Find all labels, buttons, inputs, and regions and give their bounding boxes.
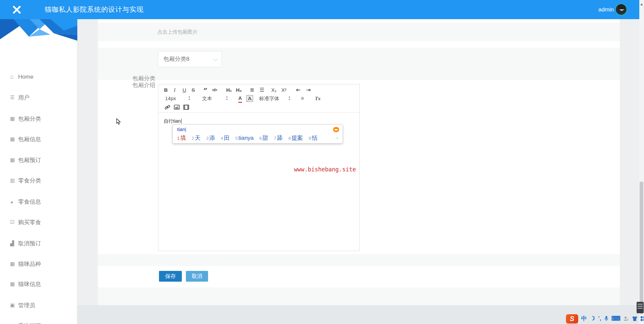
sidebar-item-users[interactable]: 用户 [10, 93, 30, 102]
close-menu-icon[interactable] [12, 5, 22, 14]
superscript-button[interactable]: X² [281, 86, 286, 94]
underline-button[interactable]: U [183, 86, 186, 94]
sidebar-banner-image [0, 19, 77, 45]
background-color-button[interactable]: A [246, 95, 253, 102]
sidebar-item-snack-category[interactable]: 零食分类 [10, 176, 41, 185]
sidebar-item-label: Home [18, 74, 33, 80]
bold-button[interactable]: B [164, 86, 168, 94]
ime-candidate[interactable]: 9恬 [309, 134, 317, 142]
ime-candidate[interactable]: 3添 [206, 134, 215, 142]
indent-button[interactable]: ⇥ [306, 86, 311, 94]
scrollbar-track[interactable] [639, 0, 644, 324]
sidebar-item-admin[interactable]: 管理员 [10, 301, 35, 309]
italic-button[interactable]: I [174, 86, 175, 94]
sidebar-item-label: 取消预订 [18, 240, 41, 247]
spinner-icon[interactable]: ▴▾ [289, 95, 290, 101]
intro-label: 包厢介绍 [115, 81, 155, 89]
ime-candidate[interactable]: 4田 [221, 134, 230, 142]
chinese-mode-icon[interactable]: 中 [581, 314, 587, 323]
ime-candidate[interactable]: 8提案 [288, 134, 303, 142]
toolbar-row-2: 14px ▴▾ 文本 ▴▾ A A 标准字体 ▴▾ ≡ Tx [158, 94, 359, 103]
image-icon[interactable] [174, 104, 180, 110]
ime-popup: tian 1填 2天 3添 4田 5tianya 6甜 7舔 8提案 9恬 › [172, 124, 343, 144]
sidebar-item-system[interactable]: 系统管理 [10, 322, 41, 324]
sidebar-item-room-booking[interactable]: 包厢预订 [10, 156, 41, 164]
sidebar-item-label: 零食分类 [18, 177, 41, 185]
sidebar-item-buy-snack[interactable]: 购买零食 [10, 218, 41, 226]
grid-icon [10, 157, 18, 163]
sogou-logo-icon[interactable]: S [566, 314, 578, 323]
page-title: 猫咖私人影院系统的设计与实现 [45, 0, 144, 19]
ime-candidate[interactable]: 6甜 [259, 134, 268, 142]
strikethrough-button[interactable]: S [192, 86, 195, 94]
page-bottom-strip [77, 305, 639, 324]
grid-icon [10, 261, 18, 267]
bar-chart-icon [10, 240, 18, 246]
ime-candidate[interactable]: 5tianya [235, 135, 254, 141]
blockquote-button[interactable]: ” [203, 86, 207, 94]
fullwidth-moon-icon[interactable]: ☽ [590, 314, 595, 323]
grid-icon [10, 136, 18, 142]
ime-candidate[interactable]: 7舔 [274, 134, 283, 142]
sidebar: Home 用户 包厢分类 包厢信息 包厢预订 零食分类 零食信息 购买零食 [0, 19, 77, 324]
ime-candidate[interactable]: 2天 [192, 134, 200, 142]
microphone-icon[interactable] [604, 316, 608, 322]
monitor-icon [10, 302, 18, 308]
ime-next-page-arrow[interactable]: › [336, 135, 338, 140]
sidebar-item-label: 零食信息 [18, 198, 41, 206]
ime-pinyin: tian [177, 126, 186, 132]
skin-shirt-icon[interactable] [632, 316, 638, 321]
sidebar-item-cat-info[interactable]: 猫咪信息 [10, 280, 41, 288]
clear-format-button[interactable]: Tx [315, 94, 321, 103]
scrollbar-thumb[interactable] [640, 181, 643, 314]
heading1-button[interactable]: H₁ [226, 86, 232, 94]
avatar[interactable] [615, 3, 627, 15]
user-card-icon[interactable] [623, 316, 629, 321]
toolbar-row-1: B I U S ” </> H₁ H₂ ≣ ☰ X₂ X² ⇤ ⇥ [158, 86, 359, 94]
keyboard-icon[interactable]: ⌨ [611, 314, 620, 323]
heading2-button[interactable]: H₂ [236, 86, 242, 94]
align-button[interactable]: ≡ [301, 94, 304, 103]
font-family-select[interactable]: 标准字体 [259, 94, 279, 103]
editor-toolbar: B I U S ” </> H₁ H₂ ≣ ☰ X₂ X² ⇤ ⇥ [158, 84, 359, 113]
cancel-button[interactable]: 取消 [186, 271, 208, 282]
punctuation-icon[interactable]: ’, [598, 314, 601, 323]
chart-bars-icon [10, 177, 18, 184]
upload-image-hint[interactable]: 点击上传包厢图片 [157, 23, 198, 41]
save-button[interactable]: 保存 [159, 271, 182, 282]
paragraph-select[interactable]: 文本 [202, 94, 212, 103]
font-color-button[interactable]: A [238, 95, 242, 103]
sidebar-item-snack-info[interactable]: 零食信息 [10, 198, 41, 206]
scrollbar-up-arrow-icon[interactable] [640, 3, 643, 5]
sidebar-item-home[interactable]: Home [10, 73, 33, 81]
spinner-icon[interactable]: ▴▾ [226, 95, 228, 101]
clipboard-check-icon [10, 219, 18, 225]
video-icon[interactable] [183, 104, 189, 110]
grid-icon [10, 116, 18, 122]
home-icon [10, 74, 18, 80]
outdent-button[interactable]: ⇤ [296, 86, 300, 94]
sidebar-item-cat-breed[interactable]: 猫咪品种 [10, 260, 41, 268]
subscript-button[interactable]: X₂ [271, 86, 277, 94]
ime-candidate[interactable]: 1填 [177, 134, 186, 142]
spinner-icon[interactable]: ▴▾ [189, 95, 190, 101]
sidebar-item-room-category[interactable]: 包厢分类 [10, 115, 41, 123]
soft-keyboard-icon[interactable] [637, 302, 644, 313]
font-size-select[interactable]: 14px [165, 94, 176, 103]
toolbox-grid-icon[interactable] [641, 316, 644, 321]
sidebar-item-cancel-booking[interactable]: 取消预订 [10, 239, 41, 247]
user-name[interactable]: admin [598, 0, 614, 19]
footer-row [98, 287, 620, 305]
category-select[interactable]: 包厢分类8 [158, 51, 222, 67]
toolbar-row-3 [158, 103, 359, 111]
code-button[interactable]: </> [212, 86, 217, 94]
ime-language-bar: S 中 ☽ ’, ⌨ [566, 314, 644, 324]
editor-text: 自行tian [164, 118, 182, 124]
ordered-list-button[interactable]: ≣ [250, 86, 254, 94]
unordered-list-button[interactable]: ☰ [259, 86, 264, 94]
rich-text-editor: B I U S ” </> H₁ H₂ ≣ ☰ X₂ X² ⇤ ⇥ [158, 84, 360, 251]
sidebar-item-room-info[interactable]: 包厢信息 [10, 135, 41, 143]
link-icon[interactable] [164, 104, 170, 110]
sidebar-item-label: 包厢信息 [18, 135, 41, 143]
sogou-logo-icon[interactable] [333, 127, 339, 132]
